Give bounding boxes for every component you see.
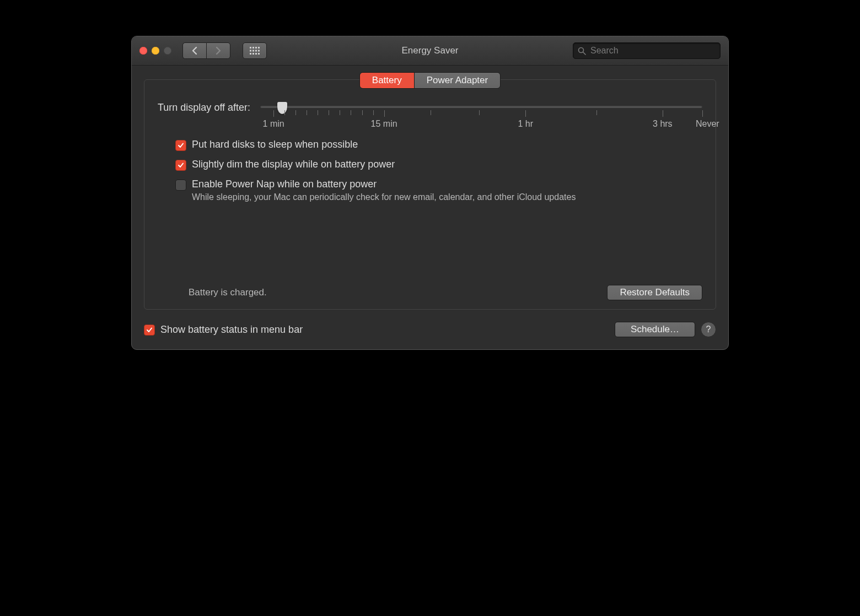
svg-rect-11 xyxy=(258,53,260,55)
display-sleep-label: Turn display off after: xyxy=(158,102,250,114)
window-toolbar: Energy Saver xyxy=(132,36,728,66)
svg-rect-10 xyxy=(255,53,257,55)
chevron-right-icon xyxy=(216,47,221,55)
svg-line-13 xyxy=(583,52,586,55)
window-footer: Show battery status in menu bar Schedule… xyxy=(144,322,716,337)
tab-power-adapter[interactable]: Power Adapter xyxy=(414,73,501,88)
settings-panel: Turn display off after: xyxy=(144,79,716,310)
hard-disks-checkbox[interactable] xyxy=(175,140,186,151)
svg-rect-9 xyxy=(252,53,254,55)
back-button[interactable] xyxy=(182,42,206,59)
window-body: Battery Power Adapter Turn display off a… xyxy=(132,66,728,349)
tab-switcher: Battery Power Adapter xyxy=(359,72,501,89)
svg-rect-4 xyxy=(250,50,251,52)
option-hard-disks: Put hard disks to sleep when possible xyxy=(175,139,702,151)
svg-rect-2 xyxy=(255,47,257,48)
option-dim-display: Slightly dim the display while on batter… xyxy=(175,159,702,171)
preferences-window: Energy Saver Battery Power Adapter Turn … xyxy=(131,36,729,350)
hard-disks-label: Put hard disks to sleep when possible xyxy=(192,139,358,150)
svg-rect-5 xyxy=(252,50,254,52)
power-nap-description: While sleeping, your Mac can periodicall… xyxy=(192,192,576,202)
svg-rect-0 xyxy=(250,47,251,48)
options-list: Put hard disks to sleep when possible Sl… xyxy=(175,139,702,202)
panel-footer: Battery is charged. Restore Defaults xyxy=(158,285,702,300)
forward-button xyxy=(206,42,230,59)
close-window-button[interactable] xyxy=(139,47,147,55)
power-nap-label: Enable Power Nap while on battery power xyxy=(192,179,576,190)
svg-rect-8 xyxy=(250,53,251,55)
search-input[interactable] xyxy=(589,45,716,56)
power-nap-checkbox[interactable] xyxy=(175,180,186,191)
svg-rect-6 xyxy=(255,50,257,52)
search-icon xyxy=(578,47,586,55)
dim-display-label: Slightly dim the display while on batter… xyxy=(192,159,395,170)
option-power-nap: Enable Power Nap while on battery power … xyxy=(175,179,702,202)
chevron-left-icon xyxy=(192,47,197,55)
check-icon xyxy=(178,142,184,149)
slider-tick-labels: 1 min 15 min 1 hr 3 hrs Never xyxy=(260,119,702,131)
battery-status-text: Battery is charged. xyxy=(189,287,267,298)
dim-display-checkbox[interactable] xyxy=(175,160,186,171)
svg-rect-1 xyxy=(252,47,254,48)
window-controls xyxy=(139,47,171,55)
grid-icon xyxy=(250,47,260,55)
svg-rect-7 xyxy=(258,50,260,52)
restore-defaults-button[interactable]: Restore Defaults xyxy=(607,285,702,300)
help-button[interactable]: ? xyxy=(701,322,716,337)
nav-buttons xyxy=(182,42,230,59)
check-icon xyxy=(178,162,184,169)
tab-battery[interactable]: Battery xyxy=(360,73,414,88)
menubar-status-label: Show battery status in menu bar xyxy=(160,324,303,336)
minimize-window-button[interactable] xyxy=(152,47,159,55)
schedule-button[interactable]: Schedule… xyxy=(615,322,695,337)
slider-ticks xyxy=(260,110,702,117)
display-sleep-slider[interactable]: 1 min 15 min 1 hr 3 hrs Never xyxy=(260,102,702,131)
display-sleep-row: Turn display off after: xyxy=(158,102,702,131)
search-field[interactable] xyxy=(573,42,721,59)
show-all-button[interactable] xyxy=(243,42,267,59)
menubar-status-checkbox[interactable] xyxy=(144,325,155,336)
check-icon xyxy=(146,327,153,333)
svg-rect-3 xyxy=(258,47,260,48)
zoom-window-button xyxy=(164,47,171,55)
